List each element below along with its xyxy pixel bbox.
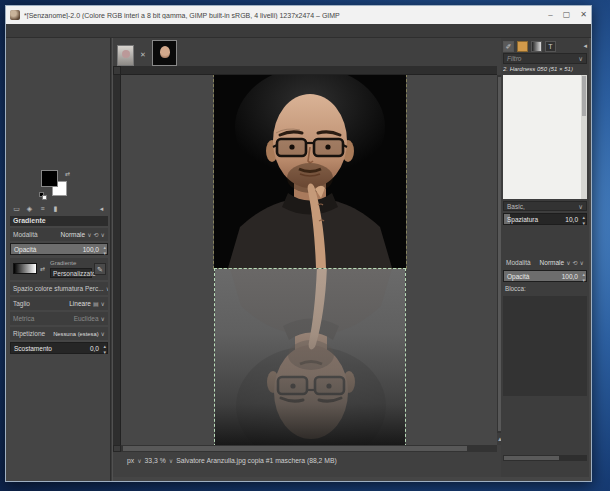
unit-select[interactable]: px	[127, 457, 134, 464]
repeat-value[interactable]: Nessuna (estesa)	[53, 331, 98, 337]
layers-dock-tabs	[503, 243, 587, 254]
chevron-down-icon[interactable]: ∨	[101, 330, 105, 337]
chevron-down-icon[interactable]: ∨	[169, 457, 173, 464]
fg-bg-colors[interactable]: ⇄	[39, 170, 73, 200]
layer-mode-value[interactable]: Normale	[540, 259, 565, 266]
portrait-photo[interactable]	[214, 75, 406, 268]
fonts-tab-icon[interactable]: T	[545, 41, 556, 52]
opacity-label: Opacità	[14, 246, 36, 253]
spinner-icons[interactable]: ▴▾	[103, 343, 106, 355]
gradients-tab-icon[interactable]	[531, 41, 542, 52]
image-layer[interactable]	[214, 75, 406, 445]
brush-grid	[503, 75, 581, 199]
chevron-down-icon[interactable]: ∨	[106, 285, 108, 292]
close-tab-icon[interactable]: ✕	[140, 51, 146, 59]
patterns-tab-icon[interactable]	[517, 41, 528, 52]
gradient-name[interactable]: Personalizzato	[50, 268, 92, 278]
chevron-down-icon[interactable]: ∨	[137, 457, 141, 464]
layer-mode-label: Modalità	[506, 259, 540, 266]
mode-reset-icon[interactable]: ⟲	[94, 231, 99, 238]
title-bar[interactable]: *[Senzanome]-2.0 (Colore RGB interi a 8 …	[6, 6, 591, 24]
spacing-label: Spaziatura	[507, 216, 538, 223]
mode-reset-icon[interactable]: ⟲	[573, 259, 578, 266]
dock-tabs: ✐ T ◂	[503, 40, 587, 52]
dock-scrollbar[interactable]	[503, 455, 587, 461]
horizontal-scrollbar-thumb[interactable]	[123, 446, 467, 451]
brush-tag-filter[interactable]: Basic, ∨	[503, 201, 587, 211]
image-viewport[interactable]	[121, 75, 497, 445]
brushes-tab-icon[interactable]: ✐	[503, 41, 514, 52]
shape-row[interactable]: Taglio Lineare ▤ ∨	[10, 297, 108, 310]
blend-space-label: Spazio colore sfumatura Perc...	[13, 285, 104, 292]
chevron-down-icon[interactable]: ∨	[578, 202, 583, 210]
spacing-slider[interactable]: Spaziatura 10,0 ▴▾	[503, 213, 587, 225]
reflection-selection[interactable]	[214, 268, 406, 445]
offset-value: 0,0	[90, 345, 99, 352]
offset-slider[interactable]: Scostamento 0,0 ▴▾	[10, 342, 108, 354]
vertical-ruler[interactable]	[113, 75, 121, 445]
chevron-down-icon[interactable]: ∨	[580, 259, 584, 266]
zoom-level[interactable]: 33,3 %	[145, 457, 166, 464]
spinner-icons[interactable]: ▴▾	[582, 271, 585, 283]
edit-gradient-icon[interactable]: ✎	[94, 263, 106, 275]
image-tab-1-thumbnail[interactable]	[117, 45, 134, 66]
shape-value[interactable]: Lineare	[69, 300, 91, 307]
gradient-preview[interactable]	[13, 263, 37, 274]
reverse-gradient-icon[interactable]: ⇄	[40, 265, 45, 272]
metric-value: Euclidea	[74, 315, 99, 322]
spinner-icons[interactable]: ▴▾	[103, 244, 106, 256]
selected-brush-name: 2. Hardness 050 (51 × 51)	[503, 65, 587, 74]
brush-filter-input[interactable]: Filtro ∨	[503, 53, 587, 64]
layer-mode-row[interactable]: Modalità Normale ∨ ⟲ ∨	[503, 256, 587, 269]
windows-desktop: *[Senzanome]-2.0 (Colore RGB interi a 8 …	[0, 0, 610, 491]
gimp-app-icon	[10, 10, 20, 20]
right-dock: ✐ T ◂ Filtro ∨ 2. Hardness 050 (51 × 51)…	[501, 38, 589, 477]
device-status-tab-icon[interactable]: ◈	[24, 205, 35, 213]
minimize-button[interactable]: –	[548, 11, 552, 19]
toolbox-panel: ⇄ ▭ ◈ ≡ ▮ ◂ Gradiente Modalità Normale ∨…	[9, 40, 109, 477]
opacity-slider[interactable]: Opacità 100,0 ▴▾	[10, 243, 108, 255]
brush-tag-value: Basic,	[507, 202, 525, 210]
tool-options-tab-icon[interactable]: ▭	[11, 205, 22, 213]
spinner-icons[interactable]: ▴▾	[582, 214, 585, 226]
shape-icon: ▤	[93, 300, 99, 307]
layer-opacity-label: Opacità	[507, 273, 529, 280]
chevron-down-icon[interactable]: ∨	[87, 231, 91, 238]
blend-space-row[interactable]: Spazio colore sfumatura Perc... ∨	[10, 282, 108, 295]
chevron-down-icon[interactable]: ∨	[101, 231, 105, 238]
horizontal-ruler[interactable]	[121, 66, 497, 75]
dock-configure-icon[interactable]: ◂	[583, 42, 587, 50]
brush-grid-scrollbar[interactable]	[581, 75, 587, 199]
repeat-row[interactable]: Ripetizione Nessuna (estesa) ∨	[10, 327, 108, 340]
close-button[interactable]: ✕	[580, 11, 587, 19]
canvas-area: ✕	[113, 38, 503, 477]
default-colors-icon[interactable]	[39, 192, 47, 200]
ruler-corner-button[interactable]	[113, 66, 121, 75]
layers-list	[503, 296, 587, 396]
tool-options-tabs: ▭ ◈ ≡ ▮ ◂	[11, 203, 107, 214]
maximize-button[interactable]: ▢	[563, 11, 571, 19]
horizontal-scrollbar[interactable]	[121, 445, 497, 452]
status-bar: px ∨ 33,3 % ∨ Salvatore Aranzulla.jpg co…	[113, 452, 503, 469]
gimp-window: *[Senzanome]-2.0 (Colore RGB interi a 8 …	[5, 5, 592, 482]
mode-row[interactable]: Modalità Normale ∨ ⟲ ∨	[10, 228, 108, 241]
image-tab-2-thumbnail-active[interactable]	[152, 40, 177, 66]
dock-configure-icon[interactable]: ◂	[96, 205, 107, 213]
chevron-down-icon[interactable]: ∨	[101, 300, 105, 307]
chevron-down-icon: ∨	[101, 315, 105, 322]
status-message: Salvatore Aranzulla.jpg copia #1 mascher…	[176, 457, 337, 464]
gradient-row: ⇄ Gradiente Personalizzato ✎	[10, 258, 108, 280]
offset-label: Scostamento	[14, 345, 52, 352]
images-tab-icon[interactable]: ▮	[50, 205, 61, 213]
gradient-mask-overlay	[215, 269, 405, 445]
chevron-down-icon[interactable]: ∨	[566, 259, 570, 266]
foreground-color-swatch[interactable]	[41, 170, 58, 187]
chevron-down-icon[interactable]: ∨	[578, 54, 583, 63]
quick-mask-toggle[interactable]	[113, 445, 121, 452]
menu-bar	[6, 24, 591, 38]
mode-value[interactable]: Normale	[61, 231, 86, 238]
undo-history-tab-icon[interactable]: ≡	[37, 205, 48, 212]
swap-colors-icon[interactable]: ⇄	[65, 170, 70, 177]
metric-row: Metrica Euclidea ∨	[10, 312, 108, 325]
layer-opacity-slider[interactable]: Opacità 100,0 ▴▾	[503, 270, 587, 282]
